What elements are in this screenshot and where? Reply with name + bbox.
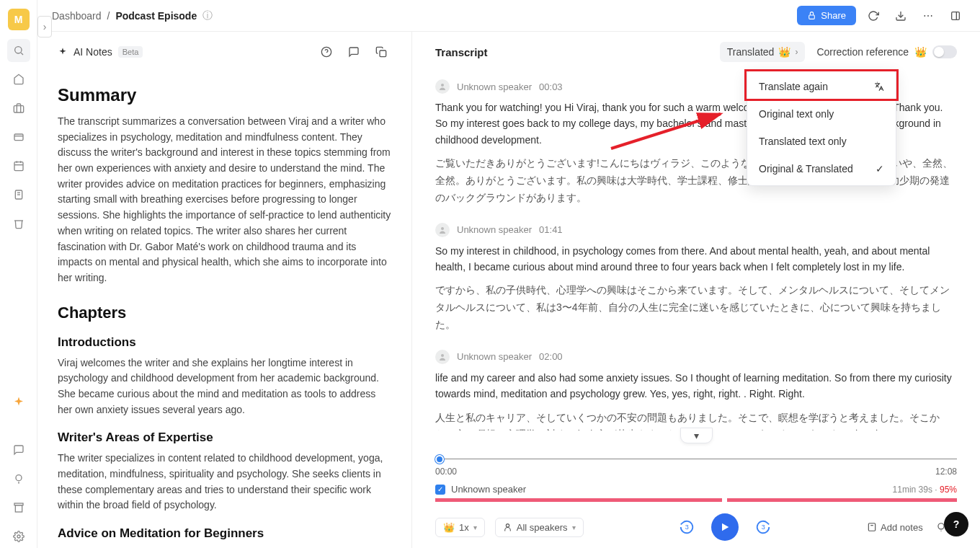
chapter-advice-heading: Advice on Meditation for Beginners <box>58 526 391 541</box>
notes-pane: AI Notes Beta Summary The transcript sum… <box>37 32 412 548</box>
speaker-name[interactable]: Unknown speaker <box>457 224 532 235</box>
svg-point-28 <box>506 523 509 526</box>
dropdown-translate-again[interactable]: Translate again <box>747 73 896 100</box>
ai-notes-tab[interactable]: AI Notes Beta <box>58 46 143 58</box>
calendar-icon[interactable] <box>7 154 30 177</box>
folder-icon[interactable] <box>7 125 30 149</box>
play-button[interactable] <box>711 513 739 541</box>
segment-time[interactable]: 01:41 <box>539 224 563 235</box>
transcript-pane: Transcript Translated 👑 › Correction ref… <box>412 32 980 548</box>
home-icon[interactable] <box>7 68 30 91</box>
settings-icon[interactable] <box>7 525 30 548</box>
info-icon[interactable]: ⓘ <box>202 9 213 22</box>
svg-point-16 <box>17 535 20 538</box>
chapter-intro-heading: Introductions <box>58 335 391 350</box>
help-fab[interactable]: ? <box>944 512 968 536</box>
speaker-avatar-icon <box>435 350 450 364</box>
add-notes-button[interactable]: Add notes <box>867 522 923 533</box>
chapter-areas-heading: Writer's Areas of Expertise <box>58 430 391 445</box>
dropdown-item-label: Original text only <box>759 108 834 120</box>
transcript-title: Transcript <box>435 46 488 58</box>
download-icon[interactable] <box>891 6 911 26</box>
copy-icon[interactable] <box>371 42 391 62</box>
rewind-3-button[interactable]: 3 <box>678 518 695 536</box>
chevron-right-icon: › <box>795 47 798 57</box>
segment-translated[interactable]: ですから、私の子供時代、心理学への興味はそこから来ています。そして、メンタルヘル… <box>435 282 957 333</box>
notes-body[interactable]: Summary The transcript summarizes a conv… <box>37 72 411 548</box>
summary-heading: Summary <box>58 85 391 105</box>
breadcrumb-root[interactable]: Dashboard <box>52 10 102 22</box>
segment-time[interactable]: 00:03 <box>539 81 563 92</box>
dropdown-original-only[interactable]: Original text only <box>747 100 896 128</box>
svg-point-12 <box>16 475 22 481</box>
breadcrumb-current: Podcast Episode <box>115 10 197 22</box>
help-icon[interactable] <box>316 42 337 62</box>
idea-icon[interactable] <box>7 467 30 490</box>
forward-3-button[interactable]: 3 <box>754 518 772 536</box>
comment-icon[interactable] <box>344 42 364 62</box>
dropdown-item-label: Translated text only <box>759 136 847 147</box>
speaker-filter-label: All speakers <box>517 522 568 533</box>
more-icon[interactable]: ⋯ <box>918 6 938 26</box>
user-avatar[interactable]: M <box>8 9 30 30</box>
briefcase-icon[interactable] <box>7 97 30 120</box>
speaker-name[interactable]: Unknown speaker <box>457 351 532 362</box>
transcript-segment: Unknown speaker 02:00 life and my career… <box>435 350 957 430</box>
svg-rect-2 <box>14 106 23 112</box>
speaker-segment[interactable] <box>727 498 957 502</box>
refresh-icon[interactable] <box>863 6 883 26</box>
panel-toggle-icon[interactable] <box>945 6 966 26</box>
svg-point-25 <box>441 84 444 87</box>
dropdown-item-label: Original & Translated <box>759 163 853 174</box>
correction-reference-toggle[interactable]: Correction reference 👑 <box>816 45 957 58</box>
sparkle-icon[interactable] <box>7 391 30 414</box>
add-notes-label: Add notes <box>881 522 923 533</box>
search-icon[interactable] <box>7 39 30 62</box>
svg-point-26 <box>441 227 444 230</box>
speaker-segment[interactable] <box>435 498 722 502</box>
speaker-avatar-icon <box>435 223 450 237</box>
check-icon: ✓ <box>876 163 884 174</box>
translate-icon <box>874 81 884 92</box>
translated-dropdown-trigger[interactable]: Translated 👑 › <box>720 42 806 62</box>
topbar: Dashboard / Podcast Episode ⓘ Share ⋯ <box>37 0 980 32</box>
svg-rect-3 <box>14 134 23 141</box>
speed-button[interactable]: 👑 1x ▾ <box>435 518 485 537</box>
feedback-icon[interactable] <box>7 438 30 461</box>
trash-icon[interactable] <box>7 212 30 235</box>
left-sidebar: M <box>0 0 37 548</box>
dropdown-both[interactable]: Original & Translated ✓ <box>747 155 896 182</box>
speaker-duration: 11min 39s <box>893 485 932 495</box>
chapter-areas-body: The writer specializes in content relate… <box>58 451 391 513</box>
speaker-bar-name[interactable]: Unknown speaker <box>451 484 526 495</box>
toggle-switch[interactable] <box>932 45 957 58</box>
svg-rect-19 <box>952 12 960 19</box>
speaker-filter-button[interactable]: All speakers ▾ <box>495 518 584 537</box>
speaker-percent: 95% <box>940 485 957 495</box>
timeline[interactable]: 00:00 12:08 ✓ Unknown speaker 11min 39s … <box>412 449 980 503</box>
segment-original[interactable]: life and my career and also had some anx… <box>435 370 957 402</box>
chapters-heading: Chapters <box>58 304 391 322</box>
speed-label: 1x <box>459 522 469 533</box>
svg-point-27 <box>441 354 444 357</box>
chevron-down-icon: ▾ <box>473 523 477 531</box>
segment-time[interactable]: 02:00 <box>539 351 563 362</box>
chapter-intro-body: Viraj welcomes the writer and she explai… <box>58 355 391 418</box>
crown-icon: 👑 <box>778 46 790 58</box>
speaker-avatar-icon <box>435 79 450 94</box>
playhead[interactable] <box>435 455 444 464</box>
correction-ref-label: Correction reference <box>816 46 909 58</box>
sidebar-collapse-toggle[interactable]: › <box>37 16 52 37</box>
archive-icon[interactable] <box>7 496 30 519</box>
crown-icon: 👑 <box>914 46 927 58</box>
svg-rect-30 <box>868 523 875 531</box>
speaker-name[interactable]: Unknown speaker <box>457 81 532 92</box>
dropdown-translated-only[interactable]: Translated text only <box>747 128 896 155</box>
share-button[interactable]: Share <box>797 6 856 25</box>
collapse-timeline-button[interactable]: ▾ <box>680 428 713 443</box>
speaker-segments-track[interactable] <box>435 498 957 503</box>
notes-icon[interactable] <box>7 183 30 206</box>
playback-controls: 👑 1x ▾ All speakers ▾ 3 3 <box>412 503 980 548</box>
speaker-checkbox[interactable]: ✓ <box>435 485 445 495</box>
segment-original[interactable]: So my interest in childhood, in psycholo… <box>435 243 957 275</box>
